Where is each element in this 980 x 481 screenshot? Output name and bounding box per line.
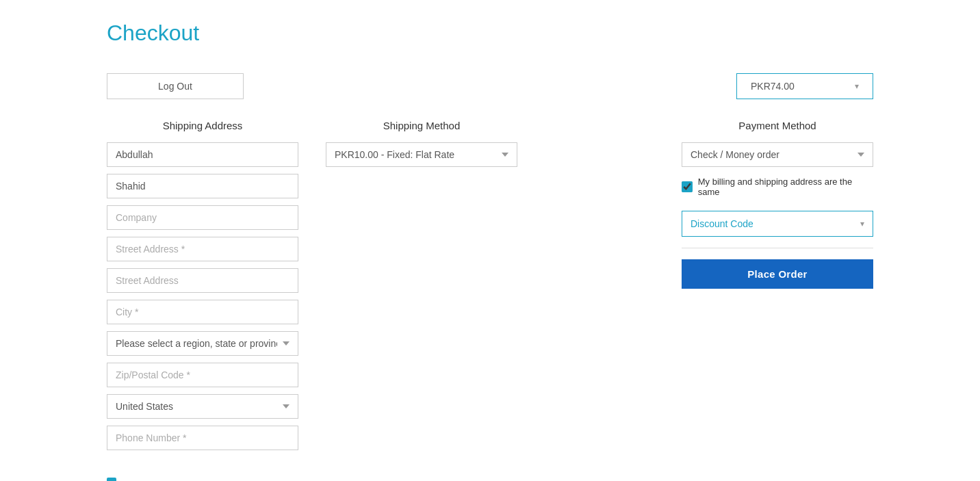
- payment-method-section: Payment Method Check / Money order My bi…: [682, 120, 873, 289]
- billing-same-checkbox[interactable]: [682, 181, 693, 192]
- divider: [682, 248, 873, 248]
- city-field[interactable]: [107, 300, 298, 324]
- discount-code-label: Discount Code: [691, 218, 753, 229]
- place-order-button[interactable]: Place Order: [682, 259, 873, 289]
- first-name-field[interactable]: [107, 142, 298, 167]
- phone-field[interactable]: [107, 426, 298, 450]
- checkbox-indicator: [107, 478, 116, 481]
- payment-method-title: Payment Method: [682, 120, 873, 131]
- country-select[interactable]: United States: [107, 394, 298, 419]
- price-value: PKR74.00: [751, 81, 795, 92]
- logout-button[interactable]: Log Out: [107, 73, 244, 99]
- chevron-down-icon: ▾: [855, 81, 859, 91]
- billing-same-label: My billing and shipping address are the …: [698, 177, 873, 197]
- shipping-method-title: Shipping Method: [326, 120, 517, 131]
- page-title: Checkout: [107, 21, 873, 46]
- last-name-field[interactable]: [107, 174, 298, 198]
- main-content: Shipping Address Please select a region,…: [107, 120, 873, 481]
- top-bar: Log Out PKR74.00 ▾: [107, 73, 873, 99]
- region-select[interactable]: Please select a region, state or provinc…: [107, 331, 298, 356]
- shipping-method-select[interactable]: PKR10.00 - Fixed: Flat Rate: [326, 142, 517, 167]
- price-dropdown[interactable]: PKR74.00 ▾: [736, 73, 873, 99]
- shipping-method-section: Shipping Method PKR10.00 - Fixed: Flat R…: [326, 120, 517, 167]
- billing-same-row: My billing and shipping address are the …: [682, 177, 873, 197]
- company-field[interactable]: [107, 205, 298, 230]
- discount-code-button[interactable]: Discount Code ▾: [682, 211, 873, 237]
- discount-chevron-icon: ▾: [860, 219, 864, 229]
- shipping-address-title: Shipping Address: [107, 120, 298, 131]
- shipping-address-section: Shipping Address Please select a region,…: [107, 120, 298, 481]
- zip-field[interactable]: [107, 363, 298, 387]
- street-address-2-field[interactable]: [107, 268, 298, 293]
- payment-method-select[interactable]: Check / Money order: [682, 142, 873, 167]
- street-address-1-field[interactable]: [107, 237, 298, 261]
